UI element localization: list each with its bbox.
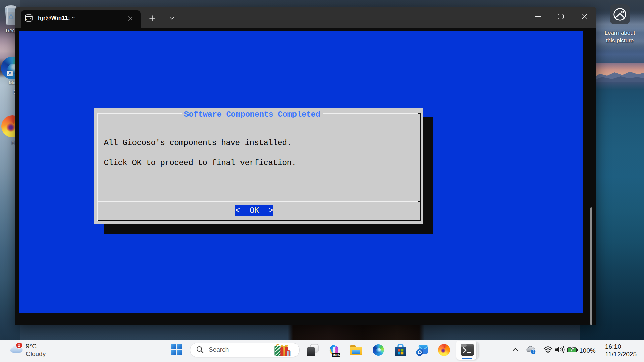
svg-text:c:\: c:\ xyxy=(26,18,32,21)
svg-text:2: 2 xyxy=(18,343,21,348)
svg-text:M365: M365 xyxy=(333,353,340,357)
